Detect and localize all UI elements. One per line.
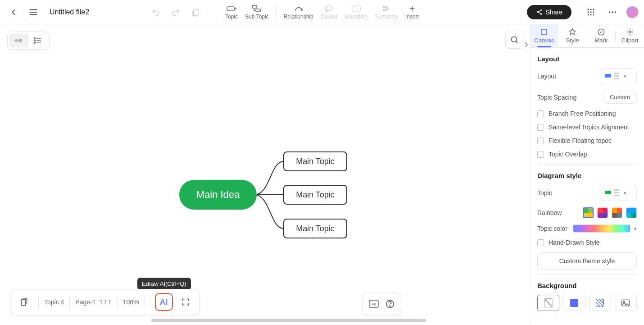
svg-point-13 [590, 11, 591, 13]
topic-style-selector[interactable]: ▾ [600, 185, 637, 201]
chevron-down-icon: ▾ [624, 73, 626, 79]
svg-point-18 [609, 11, 611, 13]
tool-label: Topic [225, 14, 238, 20]
tool-topic[interactable]: Topic [222, 3, 241, 22]
main-idea-node[interactable]: Main Idea [179, 180, 257, 210]
more-button[interactable] [604, 4, 621, 20]
tool-label: Boundary [345, 14, 367, 20]
filename-input[interactable] [50, 8, 140, 16]
canvas[interactable]: Main Idea Main Topic Main Topic Main Top… [0, 24, 530, 325]
fn-button[interactable]: Fn [366, 296, 382, 312]
tool-summary[interactable]: Summary [371, 3, 401, 22]
right-sidebar: Canvas Style Mark Clipart Layout Layout [530, 24, 644, 325]
apps-button[interactable] [583, 4, 599, 20]
edraw-ai-button[interactable]: AI [155, 293, 173, 311]
tab-label: Clipart [621, 37, 639, 44]
topic-count: Topic 4 [44, 298, 64, 306]
status-panel: Topic 4 Page-1 1 / 1 100% AI [11, 289, 200, 315]
svg-point-10 [590, 9, 591, 10]
tab-style[interactable]: Style [558, 24, 587, 47]
topic-node[interactable]: Main Topic [283, 219, 347, 238]
tool-callout[interactable]: Callout [317, 3, 341, 22]
svg-point-22 [34, 38, 36, 39]
view-mode-mindmap[interactable] [9, 34, 28, 47]
rainbow-label: Rainbow [537, 209, 562, 216]
svg-point-29 [390, 306, 390, 306]
topic-color-selector[interactable] [573, 224, 630, 233]
avatar[interactable] [626, 6, 639, 18]
checkbox-label: Flexible Floating topoc [549, 137, 612, 144]
tab-label: Canvas [534, 37, 554, 44]
svg-point-23 [34, 40, 36, 41]
layout-selector[interactable]: ▾ [600, 68, 637, 84]
rainbow-option-3[interactable] [612, 207, 622, 218]
tab-label: Style [566, 37, 579, 44]
tool-relationship[interactable]: Relationship [280, 3, 317, 22]
svg-point-20 [615, 11, 617, 13]
svg-point-24 [34, 42, 36, 44]
background-none[interactable] [537, 295, 559, 311]
checkbox-hand-drawn[interactable]: Hand-Drawn Style [537, 239, 637, 246]
checkbox-branch-free[interactable]: Branch Free Positioning [537, 110, 637, 117]
view-mode-outline[interactable] [28, 34, 47, 47]
svg-point-8 [540, 13, 542, 14]
checkbox-topic-overlap[interactable]: Topic Overlap [537, 151, 637, 158]
checkbox-icon [537, 137, 544, 144]
background-image[interactable] [615, 295, 637, 311]
horizontal-scrollbar[interactable] [126, 319, 455, 323]
svg-point-6 [537, 11, 538, 13]
svg-point-15 [588, 14, 589, 15]
search-button[interactable] [505, 31, 523, 49]
tab-canvas[interactable]: Canvas [530, 24, 558, 47]
panel-collapse-toggle[interactable] [522, 36, 530, 54]
page-label[interactable]: Page-1 [75, 298, 95, 306]
undo-button[interactable] [148, 4, 164, 20]
svg-rect-2 [252, 5, 257, 8]
svg-rect-3 [256, 9, 260, 12]
checkbox-icon [537, 151, 544, 158]
clipboard-button[interactable] [187, 4, 204, 20]
share-label: Share [546, 9, 562, 16]
tool-sub-topic[interactable]: Sub Topic [241, 3, 272, 22]
topic-spacing-label: Topic Spacing [537, 94, 576, 101]
layout-label: Layout [537, 73, 556, 80]
redo-button[interactable] [168, 4, 184, 20]
background-solid[interactable] [563, 295, 585, 311]
help-button[interactable] [382, 296, 398, 312]
rainbow-option-1[interactable] [583, 207, 594, 218]
svg-point-4 [325, 6, 332, 10]
chevron-down-icon: ▾ [634, 226, 637, 232]
rainbow-option-4[interactable] [626, 207, 637, 218]
custom-theme-style-button[interactable]: Custom theme style [537, 252, 637, 270]
svg-point-12 [588, 11, 589, 13]
checkbox-icon [537, 110, 544, 117]
rainbow-option-2[interactable] [597, 207, 608, 218]
background-pattern[interactable] [589, 295, 611, 311]
checkbox-label: Hand-Drawn Style [549, 239, 600, 246]
tool-label: Sub Topic [245, 14, 268, 20]
svg-rect-5 [352, 6, 360, 11]
tab-mark[interactable]: Mark [587, 24, 616, 47]
svg-point-19 [612, 11, 613, 13]
fullscreen-button[interactable] [177, 294, 194, 310]
topic-node[interactable]: Main Topic [283, 151, 347, 171]
pages-button[interactable] [17, 294, 33, 310]
back-button[interactable] [5, 4, 22, 20]
checkbox-same-level[interactable]: Same-level Topics Alignment [537, 124, 637, 131]
checkbox-icon [537, 239, 544, 246]
zoom-label[interactable]: 100% [123, 298, 139, 306]
tool-boundary[interactable]: Boundary [341, 3, 371, 22]
svg-point-14 [593, 11, 594, 13]
menu-button[interactable] [25, 4, 41, 20]
svg-rect-1 [227, 7, 234, 11]
topic-spacing-custom-button[interactable]: Custom [603, 91, 637, 104]
tool-insert[interactable]: Insert [402, 3, 422, 22]
svg-text:Fn: Fn [372, 302, 376, 307]
svg-point-21 [14, 39, 19, 42]
tool-label: Summary [375, 14, 398, 20]
share-button[interactable]: Share [527, 5, 571, 19]
topic-node[interactable]: Main Topic [283, 185, 347, 205]
page-count: 1 / 1 [100, 298, 112, 306]
checkbox-flexible-floating[interactable]: Flexible Floating topoc [537, 137, 637, 144]
tab-clipart[interactable]: Clipart [616, 24, 644, 47]
